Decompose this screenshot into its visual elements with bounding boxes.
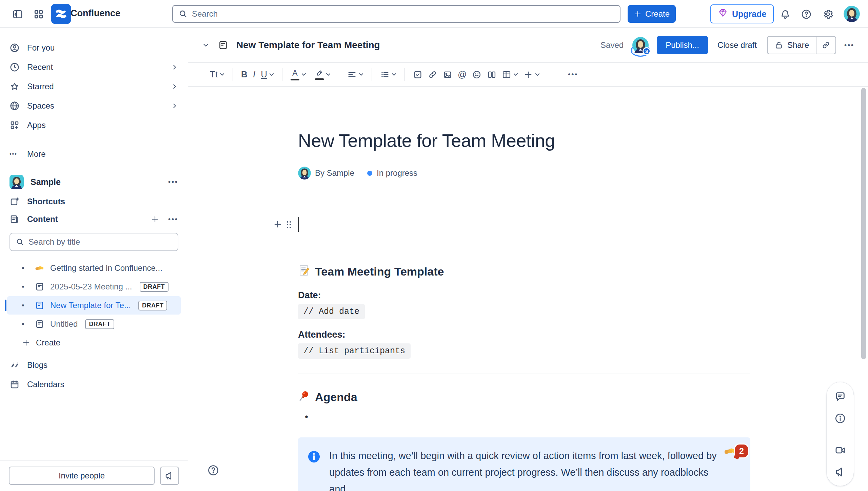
app-switcher-icon[interactable]: [33, 9, 44, 20]
confluence-logo[interactable]: [51, 4, 71, 24]
byline-author[interactable]: By Sample: [315, 168, 354, 178]
content-search[interactable]: [9, 233, 178, 251]
emoji-button[interactable]: [469, 68, 484, 81]
tree-item-untitled[interactable]: • Untitled DRAFT: [7, 315, 181, 333]
apps-grid-icon: [9, 120, 20, 130]
share-button[interactable]: Share: [768, 37, 816, 54]
copy-link-button[interactable]: [816, 37, 835, 54]
sidebar-item-label: More: [27, 149, 178, 159]
space-header[interactable]: Sample •••: [0, 171, 188, 193]
layout-button[interactable]: [484, 68, 499, 81]
sidebar-item-for-you[interactable]: For you: [0, 38, 188, 57]
globe-icon: [9, 101, 20, 111]
space-more-icon[interactable]: •••: [168, 178, 178, 186]
editor-canvas[interactable]: New Template for Team Meeting By Sample …: [188, 87, 868, 491]
notifications-icon[interactable]: [780, 9, 791, 20]
tree-item-meeting-notes[interactable]: • 2025-05-23 Meeting ... DRAFT: [7, 278, 181, 296]
publish-label: Publish...: [666, 40, 699, 50]
tree-item-getting-started[interactable]: • Getting started in Confluence...: [7, 259, 181, 277]
scrollbar-thumb[interactable]: [861, 88, 866, 359]
sidebar-item-recent[interactable]: Recent: [0, 57, 188, 77]
sidebar-section-shortcuts[interactable]: Shortcuts: [0, 193, 188, 210]
add-content-icon[interactable]: [151, 215, 159, 224]
create-button[interactable]: Create: [628, 5, 676, 23]
attendees-label[interactable]: Attendees:: [298, 329, 750, 340]
template-heading-text[interactable]: Team Meeting Template: [315, 265, 444, 278]
highlight-color-button[interactable]: [312, 67, 333, 82]
page-status[interactable]: In progress: [367, 168, 417, 178]
help-icon[interactable]: [801, 9, 812, 20]
table-button[interactable]: [499, 68, 521, 81]
toolbar-more-icon[interactable]: •••: [565, 69, 581, 80]
comments-icon[interactable]: [834, 391, 846, 402]
invite-people-button[interactable]: Invite people: [9, 467, 155, 485]
drag-handle[interactable]: [286, 220, 292, 231]
date-placeholder-chip[interactable]: // Add date: [298, 304, 365, 319]
details-info-icon[interactable]: [834, 413, 846, 424]
chevron-right-icon: [171, 83, 178, 90]
info-panel[interactable]: In this meeting, we’ll begin with a quic…: [298, 437, 750, 491]
sidebar-item-spaces[interactable]: Spaces: [0, 96, 188, 115]
chevron-down-icon[interactable]: [202, 41, 210, 49]
date-label[interactable]: Date:: [298, 290, 750, 301]
sidebar-item-starred[interactable]: Starred: [0, 77, 188, 96]
info-panel-text[interactable]: In this meeting, we’ll begin with a quic…: [329, 448, 719, 491]
attendees-placeholder-chip[interactable]: // List participants: [298, 343, 411, 359]
section-label: Shortcuts: [27, 197, 178, 206]
memo-emoji-icon: [298, 264, 310, 279]
mention-button[interactable]: @: [455, 67, 469, 82]
text-style-button[interactable]: Tt: [207, 67, 227, 82]
video-icon[interactable]: [834, 445, 846, 456]
user-avatar[interactable]: [844, 6, 860, 22]
editor-help-button[interactable]: [207, 464, 220, 477]
bullet: •: [22, 264, 31, 272]
alignment-button[interactable]: [344, 68, 366, 81]
empty-list-item[interactable]: •: [298, 411, 750, 422]
search-input[interactable]: [192, 9, 614, 19]
sidebar-item-more[interactable]: ••• More: [0, 144, 188, 164]
publish-button[interactable]: Publish...: [657, 36, 708, 54]
collaborator-avatar[interactable]: S: [632, 37, 649, 53]
sidebar-item-apps[interactable]: Apps: [0, 115, 188, 135]
page-icon: [34, 301, 45, 310]
header-more-icon[interactable]: •••: [844, 41, 854, 49]
link-button[interactable]: [425, 68, 440, 81]
settings-gear-icon[interactable]: [823, 9, 833, 20]
insert-block-button[interactable]: [273, 220, 282, 229]
comment-count-badge[interactable]: 2: [734, 443, 749, 458]
create-button-label: Create: [645, 9, 670, 19]
feedback-megaphone-button[interactable]: [160, 467, 179, 485]
sidebar-item-calendars[interactable]: Calendars: [0, 375, 188, 394]
sidebar-section-content[interactable]: Content •••: [0, 210, 188, 228]
underline-button[interactable]: U: [258, 67, 277, 82]
agenda-heading-text[interactable]: Agenda: [315, 391, 357, 404]
italic-glyph: I: [253, 69, 255, 80]
task-list-button[interactable]: [410, 68, 425, 81]
add-shortcut-icon: [9, 196, 20, 207]
page-title[interactable]: New Template for Team Meeting: [298, 130, 750, 151]
megaphone-icon[interactable]: [834, 466, 846, 478]
text-color-button[interactable]: A: [288, 67, 309, 82]
sidebar-item-blogs[interactable]: Blogs: [0, 355, 188, 375]
info-line-2: updates from each team on current projec…: [329, 464, 719, 491]
template-heading: Team Meeting Template: [298, 264, 750, 279]
inline-comment-reaction[interactable]: 2: [723, 443, 749, 460]
image-button[interactable]: [440, 68, 455, 81]
list-button[interactable]: [377, 68, 399, 81]
content-search-input[interactable]: [28, 237, 172, 247]
close-draft-button[interactable]: Close draft: [717, 40, 757, 50]
bold-button[interactable]: B: [238, 67, 250, 82]
content-more-icon[interactable]: •••: [168, 215, 178, 223]
tree-item-new-template[interactable]: • New Template for Te... DRAFT: [7, 296, 181, 315]
insert-button[interactable]: [521, 68, 542, 81]
upgrade-button[interactable]: Upgrade: [710, 4, 774, 23]
top-navigation-bar: Confluence Create Upgrade: [0, 0, 868, 28]
global-search[interactable]: [172, 5, 620, 23]
space-avatar: [9, 175, 24, 189]
pushpin-emoji-icon: [298, 390, 310, 404]
tree-create-button[interactable]: Create: [0, 334, 188, 352]
byline: By Sample In progress: [298, 167, 750, 180]
collapse-sidebar-icon[interactable]: [12, 9, 23, 20]
italic-button[interactable]: I: [250, 67, 258, 82]
author-avatar[interactable]: [298, 167, 311, 180]
